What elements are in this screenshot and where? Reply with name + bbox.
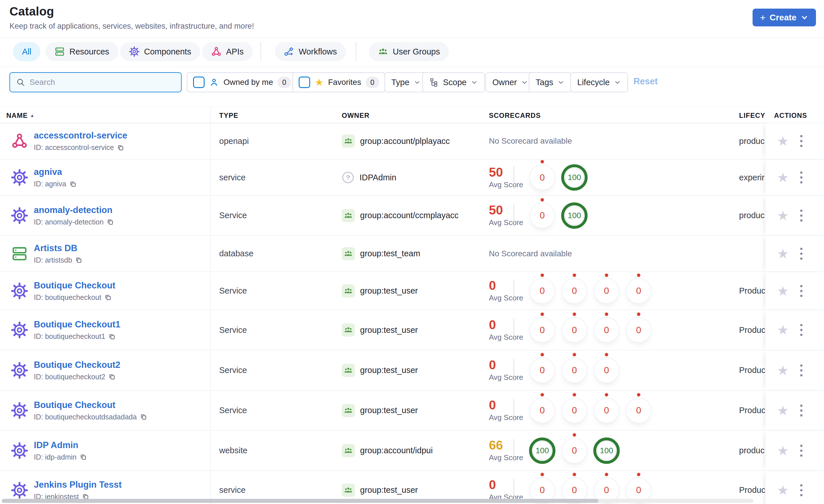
copy-icon[interactable] [117, 144, 124, 151]
row-menu-button[interactable] [799, 443, 804, 459]
name-cell: Boutique Checkout2 ID: boutiquecheckout2 [11, 350, 120, 390]
row-menu-button[interactable] [799, 483, 804, 498]
column-header-name[interactable]: NAME▲ [6, 112, 35, 120]
tags-filter-dropdown[interactable]: Tags [529, 72, 572, 92]
row-menu-button[interactable] [799, 322, 804, 338]
reset-filters-button[interactable]: Reset [633, 76, 657, 87]
column-header-owner[interactable]: OWNER [342, 112, 370, 120]
row-menu-button[interactable] [799, 363, 804, 378]
scorecard-score-ring[interactable]: 0 [564, 440, 585, 461]
row-menu-button[interactable] [799, 283, 804, 299]
scorecard-score-ring[interactable]: 0 [628, 400, 649, 421]
scorecard-score-ring[interactable]: 0 [564, 280, 585, 301]
entity-name-link[interactable]: Boutique Checkout [34, 400, 147, 410]
entity-name-link[interactable]: IDP Admin [34, 440, 87, 451]
favorite-star-button[interactable]: ★ [777, 171, 789, 184]
scorecard-score-ring[interactable]: 0 [596, 280, 617, 301]
entity-name-link[interactable]: Artists DB [34, 243, 82, 253]
scorecard-score-ring[interactable]: 100 [561, 203, 588, 229]
scorecard-score-ring[interactable]: 0 [596, 400, 617, 421]
copy-icon[interactable] [108, 333, 116, 340]
tab-all[interactable]: All [13, 42, 40, 61]
scorecard-score-ring[interactable]: 100 [561, 164, 588, 191]
tab-user-groups[interactable]: User Groups [369, 42, 449, 61]
favorite-star-button[interactable]: ★ [777, 484, 789, 497]
horizontal-scrollbar[interactable] [2, 499, 753, 503]
copy-icon[interactable] [69, 180, 77, 188]
tab-resources[interactable]: Resources [45, 42, 118, 61]
entity-name-link[interactable]: Boutique Checkout [34, 280, 115, 291]
lifecycle-cell: Produc [739, 391, 765, 430]
lifecycle-filter-dropdown[interactable]: Lifecycle [571, 72, 628, 92]
owner-cell: group:account/ccmplayacc [342, 196, 458, 235]
scorecard-score-ring[interactable]: 0 [532, 480, 553, 501]
column-header-type[interactable]: TYPE [219, 112, 238, 120]
type-filter-dropdown[interactable]: Type [385, 72, 428, 92]
scorecard-circles: 100 0 100 [526, 437, 623, 464]
scorecard-score-ring[interactable]: 0 [628, 480, 649, 501]
favorite-star-button[interactable]: ★ [777, 324, 789, 337]
scorecard-score-ring[interactable]: 100 [593, 437, 620, 464]
entity-name-link[interactable]: Jenkins Plugin Tesst [34, 480, 122, 490]
favorite-star-button[interactable]: ★ [777, 404, 789, 417]
favorite-star-button[interactable]: ★ [777, 209, 789, 222]
scorecard-score-ring[interactable]: 100 [529, 437, 555, 464]
column-header-lifecycle[interactable]: LIFECYC [739, 112, 765, 120]
copy-icon[interactable] [108, 373, 116, 380]
scorecard-score-ring[interactable]: 0 [596, 480, 617, 501]
tab-apis[interactable]: APIs [202, 42, 252, 61]
favorites-checkbox[interactable] [299, 77, 310, 88]
favorite-star-button[interactable]: ★ [777, 284, 789, 297]
scorecard-score-ring[interactable]: 0 [532, 320, 553, 341]
owner-label: IDPAdmin [359, 173, 396, 182]
favorites-filter[interactable]: ★ Favorites 0 [292, 72, 385, 92]
owner-label: group:account/ccmplayacc [360, 211, 458, 220]
search-input[interactable] [25, 73, 181, 92]
scorecard-score-ring[interactable]: 0 [532, 167, 553, 188]
entity-name-link[interactable]: Boutique Checkout2 [34, 360, 120, 370]
copy-icon[interactable] [140, 413, 147, 420]
scope-filter-dropdown[interactable]: Scope [422, 72, 485, 92]
copy-icon[interactable] [80, 453, 87, 461]
entity-name-link[interactable]: accesscontrol-service [34, 130, 127, 141]
scorecard-score-ring[interactable]: 0 [596, 320, 617, 341]
horizontal-scrollbar-thumb[interactable] [2, 499, 599, 503]
scorecard-score-ring[interactable]: 0 [532, 360, 553, 381]
favorite-star-button[interactable]: ★ [777, 247, 789, 260]
tab-workflows[interactable]: Workflows [275, 42, 346, 61]
tab-components[interactable]: Components [120, 42, 200, 61]
scorecard-score-ring[interactable]: 0 [628, 320, 649, 341]
favorite-star-button[interactable]: ★ [777, 364, 789, 377]
row-menu-button[interactable] [799, 170, 804, 185]
entity-name-link[interactable]: Boutique Checkout1 [34, 320, 120, 330]
favorite-star-button[interactable]: ★ [777, 134, 789, 148]
scorecard-score-ring[interactable]: 0 [596, 360, 617, 381]
favorite-star-button[interactable]: ★ [777, 444, 789, 457]
row-menu-button[interactable] [799, 133, 804, 149]
scorecard-score-ring[interactable]: 0 [564, 480, 585, 501]
owner-filter-dropdown[interactable]: Owner [486, 72, 535, 92]
scorecard-score-ring[interactable]: 0 [564, 360, 585, 381]
create-button[interactable]: + Create [752, 9, 816, 26]
row-menu-button[interactable] [799, 403, 804, 418]
sort-asc-icon: ▲ [30, 113, 35, 118]
row-menu-button[interactable] [799, 246, 804, 261]
actions-cell: ★ [765, 196, 824, 235]
scorecard-score-ring[interactable]: 0 [564, 400, 585, 421]
copy-icon[interactable] [75, 256, 82, 264]
scorecard-score-ring[interactable]: 0 [532, 280, 553, 301]
entity-name-link[interactable]: anomaly-detection [34, 205, 114, 215]
column-header-scorecards[interactable]: SCORECARDS [489, 112, 541, 120]
entity-name-link[interactable]: agniva [34, 167, 77, 177]
chevron-down-icon [557, 79, 564, 86]
copy-icon[interactable] [106, 218, 114, 226]
row-menu-button[interactable] [799, 208, 804, 223]
scorecard-score-ring[interactable]: 0 [564, 320, 585, 341]
owned-by-me-filter[interactable]: Owned by me 0 [187, 72, 297, 92]
api-icon [211, 46, 221, 57]
owned-by-me-checkbox[interactable] [193, 77, 205, 88]
scorecard-score-ring[interactable]: 0 [532, 205, 553, 226]
scorecard-score-ring[interactable]: 0 [532, 400, 553, 421]
copy-icon[interactable] [104, 293, 112, 301]
scorecard-score-ring[interactable]: 0 [628, 280, 649, 301]
